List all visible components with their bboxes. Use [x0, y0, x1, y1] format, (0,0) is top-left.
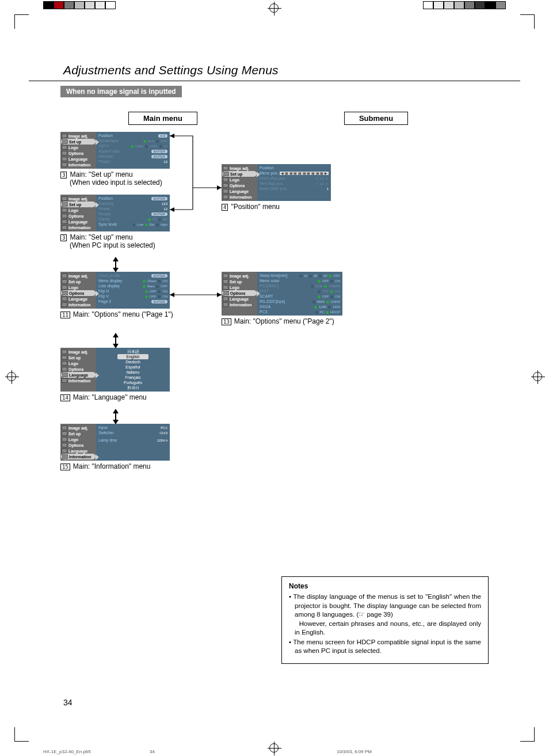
footer-timestamp: 10/3/03, 6:09 PM	[337, 749, 372, 754]
registration-mark-icon	[7, 372, 16, 381]
footer-page: 34	[150, 749, 155, 754]
caption-setup-pc: 3Main: "Set up" menu (When PC input is s…	[60, 233, 193, 249]
caption-position: 4"Position" menu	[222, 203, 331, 211]
color-swatch-bar	[43, 1, 116, 9]
svg-marker-5	[217, 292, 222, 297]
menu-information: Image adj.Set upLogoOptionsLanguageInfor…	[60, 424, 170, 461]
notes-box: Notes • The display language of the menu…	[281, 576, 489, 664]
page-title: Adjustments and Settings Using Menus	[29, 35, 520, 81]
menu-setup-pc: Image adj.Set upLogoOptionsLanguageInfor…	[60, 195, 170, 231]
double-arrow-icon	[112, 409, 119, 424]
registration-mark-icon	[269, 3, 279, 13]
page-number: 34	[63, 698, 73, 707]
menu-options-2: Image adj.Set upLogoOptionsLanguageInfor…	[222, 272, 342, 316]
caption-options-1: 11Main: "Options" menu ("Page 1")	[60, 310, 193, 318]
registration-mark-icon	[269, 743, 279, 753]
registration-mark-icon	[533, 372, 542, 381]
caption-language: 14Main: "Language" menu	[60, 393, 489, 401]
submenu-label: Submenu	[344, 112, 408, 125]
menu-setup-video: Image adj.Set upLogoOptionsLanguageInfor…	[60, 132, 170, 169]
main-menu-label: Main menu	[128, 112, 197, 125]
caption-information: 15Main: "Information" menu	[60, 462, 489, 470]
footer-file: HX-1E_p32-40_En.p65	[43, 749, 91, 754]
color-swatch-bar	[423, 1, 506, 9]
caption-options-2: 13Main: "Options" menu ("Page 2")	[222, 317, 342, 325]
double-arrow-icon	[112, 257, 119, 272]
section-header: When no image signal is inputted	[60, 86, 182, 97]
caption-setup-video: 3Main: "Set up" menu (When video input i…	[60, 170, 193, 187]
menu-language: Image adj.Set upLogoOptionsLanguageInfor…	[60, 348, 170, 392]
menu-options-1: Image adj.Set upLogoOptionsLanguageInfor…	[60, 272, 170, 309]
menu-position: Image adj.Set upLogoOptionsLanguageInfor…	[222, 164, 331, 201]
svg-marker-2	[217, 185, 222, 190]
double-arrow-icon	[112, 333, 119, 348]
